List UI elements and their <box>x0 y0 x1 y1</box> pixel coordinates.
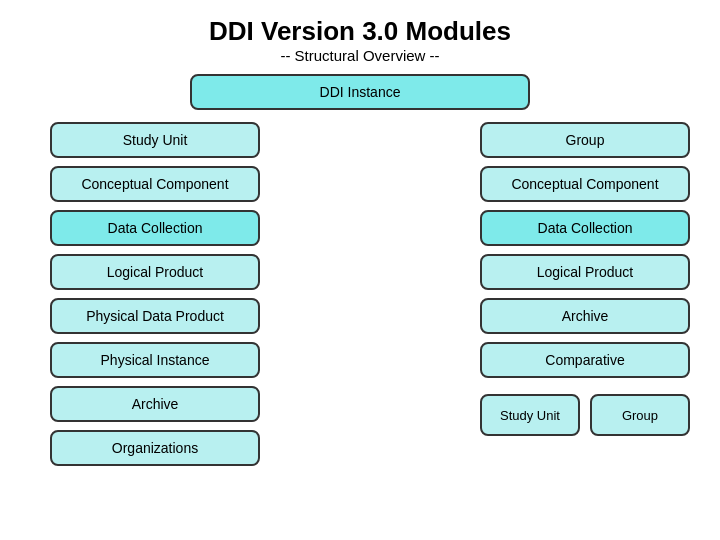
right-group: Group <box>480 122 690 158</box>
right-logical-product: Logical Product <box>480 254 690 290</box>
left-archive: Archive <box>50 386 260 422</box>
right-column: Group Conceptual Component Data Collecti… <box>480 122 690 436</box>
left-physical-data-product: Physical Data Product <box>50 298 260 334</box>
right-group-bottom: Group <box>590 394 690 436</box>
left-logical-product: Logical Product <box>50 254 260 290</box>
left-column: Study Unit Conceptual Component Data Col… <box>50 122 260 466</box>
right-comparative: Comparative <box>480 342 690 378</box>
left-data-collection: Data Collection <box>50 210 260 246</box>
right-data-collection: Data Collection <box>480 210 690 246</box>
page-title: DDI Version 3.0 Modules <box>20 16 700 47</box>
columns-container: Study Unit Conceptual Component Data Col… <box>20 122 700 466</box>
left-organizations: Organizations <box>50 430 260 466</box>
left-study-unit: Study Unit <box>50 122 260 158</box>
ddi-instance-box: DDI Instance <box>190 74 530 110</box>
left-physical-instance: Physical Instance <box>50 342 260 378</box>
page-subtitle: -- Structural Overview -- <box>20 47 700 64</box>
right-study-unit: Study Unit <box>480 394 580 436</box>
right-archive: Archive <box>480 298 690 334</box>
right-conceptual-component: Conceptual Component <box>480 166 690 202</box>
right-bottom-row: Study Unit Group <box>480 394 690 436</box>
page: DDI Version 3.0 Modules -- Structural Ov… <box>0 0 720 540</box>
left-conceptual-component: Conceptual Component <box>50 166 260 202</box>
